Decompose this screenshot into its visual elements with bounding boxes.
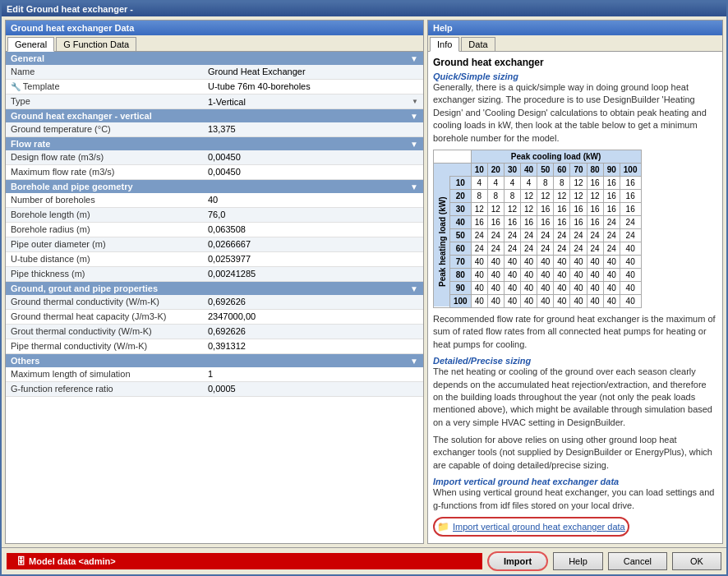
import-link[interactable]: Import vertical ground heat exchanger da… (453, 522, 625, 532)
table-row: 5024242424242424242424 (434, 228, 642, 242)
bottom-bar: 🗄 Model data <admin> Import Help Cancel … (2, 547, 726, 574)
tab-info[interactable]: Info (430, 37, 459, 52)
field-pipe-thickness: Pipe thickness (m) 0,00241285 (6, 267, 423, 282)
title-bar: Edit Ground heat exchanger - (2, 2, 726, 16)
section-ground-props-header: Ground, grout and pipe properties ▼ (6, 282, 423, 295)
section-ground-vertical-header: Ground heat exchanger - vertical ▼ (6, 109, 423, 122)
section-others-header: Others ▼ (6, 354, 423, 367)
flow-rate-note: Recommended flow rate for ground heat ex… (433, 313, 717, 351)
import-text: When using vertical ground heat exchange… (433, 486, 717, 512)
import-button[interactable]: Import (487, 551, 548, 571)
field-ground-temp: Ground temperature (°C) 13,375 (6, 122, 423, 137)
collapse-ground-vertical-icon[interactable]: ▼ (410, 112, 418, 121)
field-design-flow: Design flow rate (m3/s) 0,00450 (6, 150, 423, 165)
field-max-sim-length: Maximum length of simulation 1 (6, 367, 423, 382)
field-name: Name Ground Heat Exchanger (6, 65, 423, 80)
detailed-title: Detailed/Precise sizing (433, 356, 717, 366)
bottom-buttons: Import Help Cancel OK (487, 551, 721, 571)
folder-icon: 📁 (437, 521, 449, 532)
tab-gfunction[interactable]: G Function Data (56, 37, 136, 51)
field-ground-heat-capacity: Ground thermal heat capacity (J/m3-K) 23… (6, 310, 423, 325)
field-num-boreholes: Number of boreholes 40 (6, 193, 423, 208)
content-area: Ground heat exchanger Data General G Fun… (2, 16, 726, 547)
table-row: 8040404040404040404040 (434, 268, 642, 281)
window-title: Edit Ground heat exchanger - (7, 4, 133, 14)
collapse-ground-props-icon[interactable]: ▼ (410, 284, 418, 293)
left-panel-title: Ground heat exchanger Data (6, 21, 423, 35)
quick-sizing-title: Quick/Simple sizing (433, 71, 717, 81)
collapse-general-icon[interactable]: ▼ (410, 54, 418, 63)
detailed-text: The net heating or cooling of the ground… (433, 366, 717, 429)
row-label: Peak heating load (kW) (434, 176, 450, 307)
table-row: Peak heating load (kW)1044448812161616 (434, 176, 642, 189)
peak-load-table: Peak cooling load (kW) 10 20 30 40 50 60… (433, 150, 642, 308)
quick-sizing-text: Generally, there is a quick/simple way i… (433, 81, 717, 145)
right-panel: Help Info Data Ground heat exchanger Qui… (427, 20, 723, 544)
field-utube-distance: U-tube distance (m) 0,0253977 (6, 252, 423, 267)
field-ground-conductivity: Ground thermal conductivity (W/m-K) 0,69… (6, 295, 423, 310)
field-gfunction-ref: G-function reference ratio 0,0005 (6, 382, 423, 397)
field-pipe-conductivity: Pipe thermal conductivity (W/m-K) 0,3913… (6, 339, 423, 354)
field-borehole-length: Borehole length (m) 76,0 (6, 208, 423, 223)
field-borehole-radius: Borehole radius (m) 0,063508 (6, 223, 423, 237)
detailed-text2: The solution for above relies on using o… (433, 434, 717, 472)
collapse-borehole-icon[interactable]: ▼ (410, 182, 418, 191)
collapse-others-icon[interactable]: ▼ (410, 357, 418, 366)
table-row: 4016161616161616162424 (434, 215, 642, 228)
table-row: 9040404040404040404040 (434, 281, 642, 294)
section-borehole-header: Borehole and pipe geometry ▼ (6, 180, 423, 193)
model-data-label: Model data <admin> (29, 556, 116, 566)
table-row: 2088812121212121616 (434, 189, 642, 202)
section-general-header: General ▼ (6, 52, 423, 65)
help-button[interactable]: Help (553, 552, 603, 570)
import-link-container[interactable]: 📁 Import vertical ground heat exchanger … (433, 517, 629, 537)
help-content: Ground heat exchanger Quick/Simple sizin… (428, 52, 722, 543)
field-max-flow: Maximum flow rate (m3/s) 0,00450 (6, 165, 423, 180)
table-row: 6024242424242424242440 (434, 242, 642, 255)
model-data-badge: 🗄 Model data <admin> (7, 553, 482, 569)
tab-data[interactable]: Data (461, 37, 495, 51)
field-type: Type 1-Vertical ▼ (6, 94, 423, 109)
field-template: 🔧 Template U-tube 76m 40-boreholes (6, 80, 423, 94)
type-dropdown-arrow: ▼ (412, 98, 418, 105)
field-grout-conductivity: Grout thermal conductivity (W/m-K) 0,692… (6, 325, 423, 339)
table-row: 3012121212161616161616 (434, 202, 642, 215)
template-icon: 🔧 (11, 82, 21, 91)
main-window: Edit Ground heat exchanger - Ground heat… (0, 0, 728, 576)
help-tabs: Info Data (428, 35, 722, 52)
help-title: Help (428, 21, 722, 35)
ok-button[interactable]: OK (672, 552, 721, 570)
table-row: 7040404040404040404040 (434, 255, 642, 268)
cancel-button[interactable]: Cancel (608, 552, 667, 570)
collapse-flow-rate-icon[interactable]: ▼ (410, 140, 418, 149)
section-flow-rate-header: Flow rate ▼ (6, 137, 423, 150)
import-title: Import vertical ground heat exchanger da… (433, 477, 717, 486)
col-header-label: Peak cooling load (kW) (471, 150, 641, 163)
left-tabs: General G Function Data (6, 35, 423, 52)
left-content: General ▼ Name Ground Heat Exchanger 🔧 T… (6, 52, 423, 543)
field-pipe-outer-dia: Pipe outer diameter (m) 0,0266667 (6, 237, 423, 252)
tab-general[interactable]: General (7, 37, 54, 52)
table-row: 10040404040404040404040 (434, 294, 642, 307)
database-icon: 🗄 (16, 556, 25, 566)
left-panel: Ground heat exchanger Data General G Fun… (5, 20, 424, 544)
help-heading: Ground heat exchanger (433, 57, 717, 68)
